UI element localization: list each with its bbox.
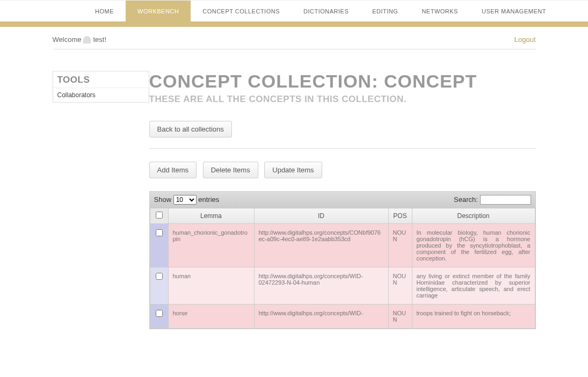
cell-id: http://www.digitalhps.org/concepts/WID-0… <box>254 267 388 305</box>
cell-id: http://www.digitalhps.org/concepts/CONbf… <box>254 224 388 267</box>
col-checkbox <box>150 208 168 224</box>
welcome-label: Welcome <box>53 35 82 44</box>
accent-strip <box>0 21 588 27</box>
update-items-button[interactable]: Update Items <box>264 162 322 178</box>
cell-id: http://www.digitalhps.org/concepts/WID- <box>254 305 388 329</box>
cell-lemma: human_chorionic_gonadotropin <box>168 224 254 267</box>
page-size-select[interactable]: 10 25 50 100 <box>173 195 197 205</box>
welcome-bar: Welcome test! Logout <box>53 27 536 49</box>
search-control: Search: <box>454 195 531 205</box>
top-nav: HOME WORKBENCH CONCEPT COLLECTIONS DICTI… <box>0 0 588 21</box>
col-description[interactable]: Description <box>412 208 535 224</box>
add-items-button[interactable]: Add Items <box>149 162 197 178</box>
nav-networks[interactable]: NETWORKS <box>410 1 470 21</box>
page-subtitle: THESE ARE ALL THE CONCEPTS IN THIS COLLE… <box>149 94 536 105</box>
back-to-collections-button[interactable]: Back to all collections <box>149 121 232 137</box>
cell-description: troops trained to fight on horseback; <box>412 305 535 329</box>
nav-editing[interactable]: EDITING <box>360 1 410 21</box>
show-label-post: entries <box>198 195 219 204</box>
divider <box>149 148 536 149</box>
nav-concept-collections[interactable]: CONCEPT COLLECTIONS <box>191 1 292 21</box>
col-lemma[interactable]: Lemma <box>168 208 254 224</box>
delete-items-button[interactable]: Delete Items <box>203 162 258 178</box>
search-label: Search: <box>454 195 478 204</box>
nav-spacer <box>0 1 83 21</box>
logout-link[interactable]: Logout <box>514 35 536 44</box>
search-input[interactable] <box>480 195 531 205</box>
concepts-table: Lemma ID POS Description human_chorionic… <box>150 208 535 329</box>
row-checkbox[interactable] <box>156 273 163 280</box>
nav-dictionaries[interactable]: DICTIONARIES <box>292 1 360 21</box>
sidebar-title: TOOLS <box>53 71 149 88</box>
cell-lemma: human <box>168 267 254 305</box>
table-row: human http://www.digitalhps.org/concepts… <box>150 267 535 305</box>
sidebar: TOOLS Collaborators <box>53 71 149 329</box>
table-wrap: Show 10 25 50 100 entries Search: <box>149 191 536 329</box>
cell-pos: NOUN <box>388 267 412 305</box>
cell-description: any living or extinct member of the fami… <box>412 267 535 305</box>
nav-home[interactable]: HOME <box>83 1 126 21</box>
cell-pos: NOUN <box>388 305 412 329</box>
cell-lemma: horse <box>168 305 254 329</box>
row-checkbox[interactable] <box>156 229 163 236</box>
cell-description: In molecular biology, human chorionic go… <box>412 224 535 267</box>
cell-pos: NOUN <box>388 224 412 267</box>
show-label-pre: Show <box>154 195 172 204</box>
page-title: CONCEPT COLLECTION: CONCEPT <box>149 71 536 92</box>
nav-user-management[interactable]: USER MANAGEMENT <box>470 1 558 21</box>
username: test! <box>93 35 106 44</box>
welcome-text: Welcome test! <box>53 35 107 44</box>
table-row: horse http://www.digitalhps.org/concepts… <box>150 305 535 329</box>
table-row: human_chorionic_gonadotropin http://www.… <box>150 224 535 267</box>
nav-workbench[interactable]: WORKBENCH <box>126 1 191 21</box>
row-checkbox[interactable] <box>156 310 163 317</box>
col-pos[interactable]: POS <box>388 208 412 224</box>
page-size-control: Show 10 25 50 100 entries <box>154 195 220 205</box>
col-id[interactable]: ID <box>254 208 388 224</box>
content: CONCEPT COLLECTION: CONCEPT THESE ARE AL… <box>149 71 536 329</box>
user-icon <box>83 36 91 44</box>
sidebar-item-collaborators[interactable]: Collaborators <box>53 88 149 102</box>
select-all-checkbox[interactable] <box>156 212 163 219</box>
